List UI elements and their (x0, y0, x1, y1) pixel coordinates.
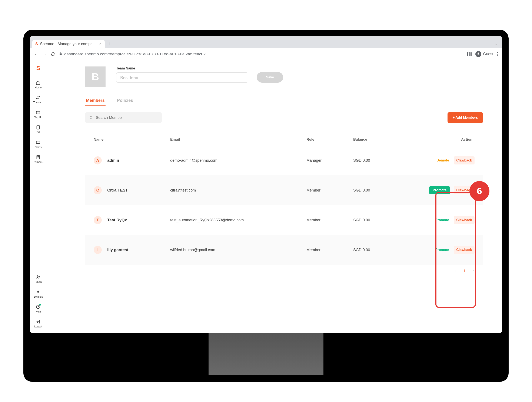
member-name: lily gaotest (107, 247, 128, 252)
member-initial: T (94, 216, 102, 224)
primary-action-button[interactable]: Promote (434, 216, 450, 224)
guest-avatar-icon (475, 51, 481, 57)
sidebar-item-logout[interactable]: Logout (34, 319, 42, 328)
member-name: Test RyQx (107, 218, 127, 222)
spenmo-logo-icon[interactable]: S (36, 65, 40, 71)
profile-chip[interactable]: Guest (475, 51, 493, 57)
lock-icon (59, 52, 62, 56)
tab-members[interactable]: Members (85, 95, 106, 106)
spenmo-favicon-icon: S (35, 42, 38, 46)
table-row: A admin demo-admin@spenmo.com Manager SG… (85, 145, 483, 175)
svg-point-6 (38, 291, 39, 292)
new-tab-button[interactable]: + (105, 40, 115, 48)
member-balance: SGD 0.00 (353, 218, 415, 222)
sidebar-item-bill[interactable]: Bill (36, 125, 41, 134)
annotation-badge: 6 (469, 181, 489, 201)
member-role: Member (306, 188, 353, 193)
sidebar-item-transactions[interactable]: Transa... (33, 95, 43, 104)
url-text: dashboard.spenmo.com/teamprofile/636c41e… (64, 52, 206, 57)
sidebar: S Home Transa... Top Up (30, 60, 47, 333)
close-tab-icon[interactable]: ✕ (99, 42, 102, 45)
side-panel-icon[interactable] (467, 52, 472, 56)
table-row: C Citra TEST citra@test.com Member SGD 0… (85, 175, 483, 205)
prev-page-button[interactable] (454, 269, 457, 273)
clawback-button[interactable]: Clawback (454, 246, 475, 254)
sidebar-item-teams[interactable]: Teams (34, 274, 42, 283)
member-balance: SGD 0.00 (353, 158, 415, 163)
browser-menu-icon[interactable] (497, 52, 498, 56)
th-action: Action (415, 137, 475, 142)
sidebar-item-reimbursement[interactable]: Reimbu... (33, 155, 44, 164)
svg-rect-0 (36, 111, 40, 114)
table-row: T Test RyQx test_automation_RyQx283553@d… (85, 205, 483, 235)
reload-button[interactable] (51, 52, 55, 56)
controls-row: + Add Members (85, 112, 483, 123)
svg-point-8 (90, 117, 92, 118)
browser-tab-bar: S Spenmo - Manage your compa ✕ + (30, 36, 502, 48)
monitor-stand (209, 333, 323, 375)
member-role: Member (306, 248, 353, 252)
clawback-button[interactable]: Clawback (454, 216, 475, 224)
member-email: citra@test.com (170, 188, 306, 193)
svg-point-4 (37, 276, 38, 277)
logout-icon (36, 319, 41, 324)
clawback-button[interactable]: Clawback (454, 156, 475, 164)
url-field[interactable]: dashboard.spenmo.com/teamprofile/636c41e… (59, 52, 463, 57)
help-icon (36, 304, 41, 309)
members-table: Name Email Role Balance Action A admin d… (85, 134, 483, 273)
member-name: admin (107, 158, 119, 163)
th-balance: Balance (353, 137, 415, 142)
back-button[interactable]: ← (34, 51, 39, 57)
save-button[interactable]: Save (257, 72, 283, 83)
sidebar-nav-bottom: Teams Settings Help Logout (34, 274, 43, 328)
screen: S Spenmo - Manage your compa ✕ + ← → das… (30, 36, 502, 333)
table-row: L lily gaotest wilfried.buiron@gmail.com… (85, 235, 483, 265)
team-name-input[interactable] (116, 72, 248, 83)
member-email: demo-admin@spenmo.com (170, 158, 306, 163)
tab-bar: Members Policies (85, 95, 483, 106)
tab-bar-expand[interactable] (494, 42, 502, 48)
sidebar-item-topup[interactable]: Top Up (34, 110, 42, 119)
team-name-label: Team Name (116, 66, 248, 70)
main-content: B Team Name Save Members Policies (47, 60, 502, 333)
search-input[interactable] (96, 116, 158, 120)
pagination: 1 (85, 265, 483, 273)
member-name: Citra TEST (107, 188, 128, 193)
member-email: wilfried.buiron@gmail.com (170, 248, 306, 252)
next-page-button[interactable] (472, 269, 475, 273)
bill-icon (36, 125, 41, 130)
sidebar-item-settings[interactable]: Settings (34, 289, 43, 298)
svg-point-5 (39, 276, 40, 277)
th-role: Role (306, 137, 353, 142)
browser-address-bar: ← → dashboard.spenmo.com/teamprofile/636… (30, 48, 502, 60)
primary-action-button[interactable]: Promote (434, 246, 450, 253)
card-icon (36, 140, 41, 145)
sidebar-item-cards[interactable]: Cards (35, 140, 42, 149)
member-initial: A (94, 156, 102, 164)
th-email: Email (170, 137, 306, 142)
team-avatar[interactable]: B (85, 66, 106, 87)
gear-icon (36, 289, 41, 294)
member-role: Manager (306, 158, 353, 163)
member-initial: C (94, 186, 102, 194)
member-balance: SGD 0.00 (353, 188, 415, 193)
svg-rect-2 (36, 141, 40, 143)
browser-tab[interactable]: S Spenmo - Manage your compa ✕ (32, 40, 105, 48)
guest-label: Guest (483, 52, 493, 56)
sidebar-item-home[interactable]: Home (35, 80, 42, 89)
primary-action-button[interactable]: Demote (436, 157, 450, 164)
tab-policies[interactable]: Policies (116, 95, 134, 106)
member-role: Member (306, 218, 353, 222)
app-root: S Home Transa... Top Up (30, 60, 502, 333)
home-icon (36, 80, 41, 85)
member-balance: SGD 0.00 (353, 248, 415, 252)
forward-button[interactable]: → (43, 51, 47, 57)
topup-icon (36, 110, 41, 115)
sidebar-item-help[interactable]: Help (36, 304, 41, 313)
table-header: Name Email Role Balance Action (85, 134, 483, 145)
team-form: Team Name Save (116, 66, 283, 83)
th-name: Name (94, 137, 170, 142)
add-members-button[interactable]: + Add Members (448, 112, 483, 123)
primary-action-button[interactable]: Promote (429, 186, 450, 194)
search-box[interactable] (85, 112, 162, 123)
